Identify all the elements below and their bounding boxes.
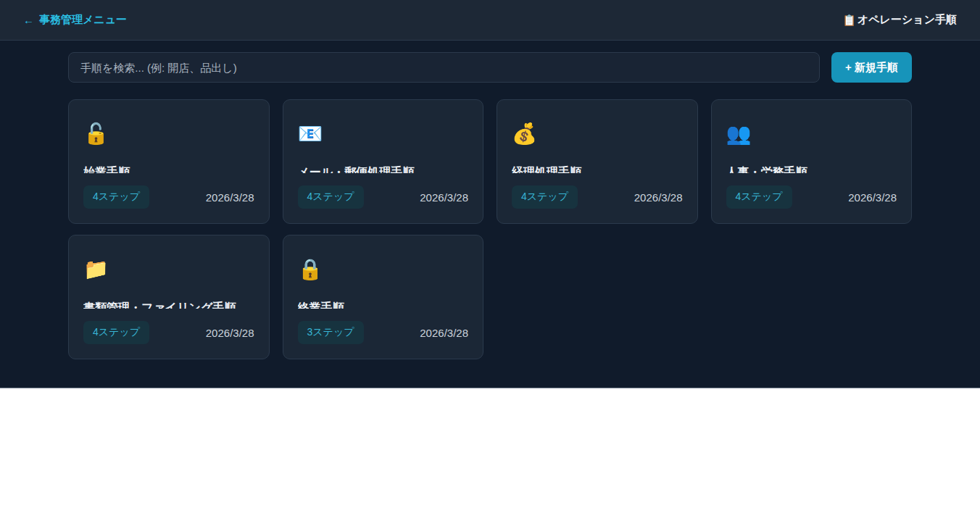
- back-arrow-icon: ←: [23, 14, 34, 26]
- procedure-card-filing[interactable]: 📁 書類管理・ファイリング手順 4ステップ 2026/3/28: [68, 235, 270, 359]
- folder-icon: 📁: [83, 257, 254, 282]
- main-content: + 新規手順 🔓 始業手順 4ステップ 2026/3/28 📧 メール・郵便処理…: [68, 41, 912, 387]
- card-title: メール・郵便処理手順: [298, 165, 469, 173]
- procedure-card-closing[interactable]: 🔒 終業手順 3ステップ 2026/3/28: [283, 235, 484, 359]
- page-title: 📋 オペレーション手順: [842, 13, 957, 27]
- card-footer: 4ステップ 2026/3/28: [298, 185, 469, 209]
- header-bar: ← 事務管理メニュー 📋 オペレーション手順: [0, 0, 980, 41]
- card-date: 2026/3/28: [420, 327, 468, 339]
- procedure-card-opening[interactable]: 🔓 始業手順 4ステップ 2026/3/28: [68, 99, 270, 224]
- money-bag-icon: 💰: [512, 122, 683, 146]
- card-footer: 4ステップ 2026/3/28: [726, 185, 897, 209]
- card-title: 終業手順: [298, 301, 469, 309]
- card-date: 2026/3/28: [206, 191, 254, 204]
- card-title: 経理処理手順: [512, 165, 683, 173]
- procedure-card-mail[interactable]: 📧 メール・郵便処理手順 4ステップ 2026/3/28: [283, 99, 484, 224]
- email-icon: 📧: [298, 122, 469, 146]
- steps-badge: 4ステップ: [298, 185, 364, 209]
- clipboard-icon: 📋: [842, 14, 856, 27]
- card-footer: 3ステップ 2026/3/28: [298, 321, 469, 344]
- steps-badge: 4ステップ: [726, 185, 792, 209]
- card-footer: 4ステップ 2026/3/28: [83, 321, 254, 344]
- search-row: + 新規手順: [68, 52, 912, 83]
- new-procedure-button[interactable]: + 新規手順: [831, 52, 912, 83]
- people-icon: 👥: [726, 122, 897, 146]
- card-title: 書類管理・ファイリング手順: [83, 301, 254, 309]
- search-input[interactable]: [68, 52, 820, 83]
- steps-badge: 4ステップ: [83, 185, 149, 209]
- steps-badge: 4ステップ: [83, 321, 149, 344]
- procedure-card-grid: 🔓 始業手順 4ステップ 2026/3/28 📧 メール・郵便処理手順 4ステッ…: [68, 99, 912, 359]
- card-title: 始業手順: [83, 165, 254, 173]
- card-title: 人事・労務手順: [726, 165, 897, 173]
- app-container: ← 事務管理メニュー 📋 オペレーション手順 + 新規手順 🔓 始業手順 4ステ…: [0, 0, 980, 388]
- back-link-label: 事務管理メニュー: [39, 13, 127, 27]
- card-footer: 4ステップ 2026/3/28: [512, 185, 683, 209]
- unlock-icon: 🔓: [83, 122, 254, 146]
- card-footer: 4ステップ 2026/3/28: [83, 185, 254, 209]
- back-link[interactable]: ← 事務管理メニュー: [23, 13, 127, 27]
- procedure-card-hr[interactable]: 👥 人事・労務手順 4ステップ 2026/3/28: [711, 99, 913, 224]
- steps-badge: 3ステップ: [298, 321, 364, 344]
- lock-icon: 🔒: [298, 257, 469, 282]
- card-date: 2026/3/28: [206, 327, 254, 339]
- card-date: 2026/3/28: [420, 191, 468, 204]
- steps-badge: 4ステップ: [512, 185, 578, 209]
- card-date: 2026/3/28: [634, 191, 683, 204]
- page-title-label: オペレーション手順: [858, 13, 957, 27]
- card-date: 2026/3/28: [848, 191, 897, 204]
- procedure-card-accounting[interactable]: 💰 経理処理手順 4ステップ 2026/3/28: [497, 99, 698, 224]
